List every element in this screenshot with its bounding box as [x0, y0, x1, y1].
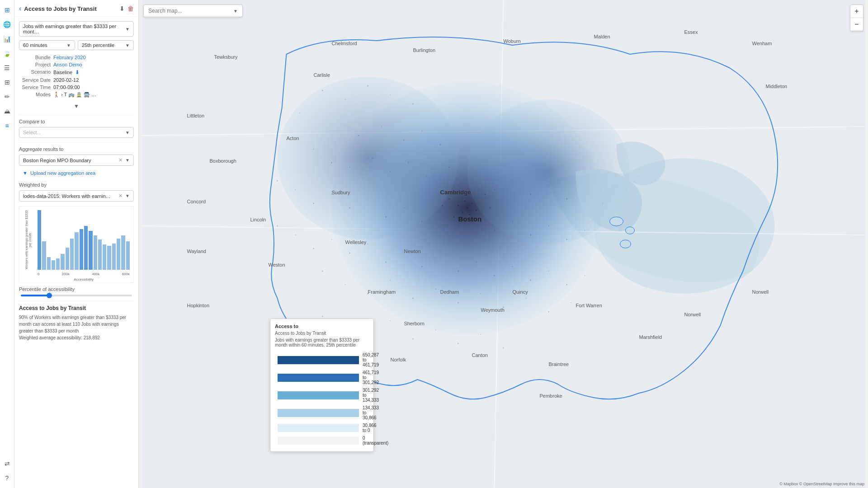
- svg-text:Fort Warren: Fort Warren: [576, 303, 602, 308]
- svg-point-28: [358, 135, 359, 136]
- svg-text:Newton: Newton: [404, 249, 421, 254]
- panel-header: ‹ Access to Jobs by Transit ⬇ 🗑: [14, 0, 138, 17]
- map-search-bar[interactable]: ▼: [143, 5, 243, 17]
- weighted-clear-button[interactable]: ✕: [118, 193, 123, 199]
- percentile-label: Percentile of accessibility: [19, 286, 134, 292]
- info-grid: Bundle February 2020 Project Anson Demo …: [19, 55, 134, 98]
- upload-aggregation-button[interactable]: ▼ Upload new aggregation area: [19, 169, 134, 178]
- svg-text:Dedham: Dedham: [440, 289, 459, 295]
- expand-button[interactable]: ▼: [19, 101, 134, 111]
- icon-bar-item-chart[interactable]: 📊: [1, 33, 14, 45]
- svg-text:Essex: Essex: [684, 29, 698, 35]
- aggregate-dropdown[interactable]: Boston Region MPO Boundary ✕ ▼: [19, 155, 134, 166]
- search-input[interactable]: [148, 8, 233, 14]
- histogram-bar: [126, 241, 130, 270]
- modes-icons: 🚶 › T 🚌 🚊 🚍 …: [53, 92, 96, 98]
- svg-point-16: [485, 194, 486, 195]
- svg-point-27: [300, 113, 301, 113]
- histogram-bar: [70, 239, 74, 270]
- main-metric-value: Jobs with earnings greater than $3333 pe…: [23, 23, 125, 34]
- compare-dropdown[interactable]: Select... ▼: [19, 127, 134, 138]
- project-value[interactable]: Anson Demo: [53, 62, 134, 67]
- icon-bar-item-grid[interactable]: ⊞: [1, 76, 14, 89]
- back-button[interactable]: ‹: [19, 5, 21, 13]
- side-panel: ‹ Access to Jobs by Transit ⬇ 🗑 Jobs wit…: [14, 0, 139, 488]
- bundle-value[interactable]: February 2020: [53, 55, 134, 60]
- svg-point-106: [458, 343, 459, 344]
- icon-bar-item-help[interactable]: ?: [1, 472, 14, 484]
- map-container[interactable]: Tewksbury Chelmsford Burlington Woburn M…: [139, 0, 868, 488]
- svg-point-95: [481, 293, 481, 294]
- legend-subtitle: Access to Jobs by Transit: [275, 331, 369, 336]
- svg-point-104: [412, 338, 414, 340]
- time-dropdown[interactable]: 60 minutes ▼: [19, 40, 75, 50]
- svg-text:Middleton: Middleton: [766, 84, 788, 89]
- svg-point-56: [349, 207, 350, 209]
- svg-text:Cambridge: Cambridge: [440, 189, 471, 196]
- svg-point-48: [566, 198, 567, 200]
- svg-point-52: [277, 180, 278, 182]
- percentile-dropdown[interactable]: 25th percentile ▼: [78, 40, 134, 50]
- service-time-label: Service Time: [19, 84, 51, 90]
- histogram-bar: [98, 239, 102, 270]
- svg-point-105: [435, 329, 436, 330]
- svg-point-37: [390, 171, 391, 172]
- main-metric-dropdown[interactable]: Jobs with earnings greater than $3333 pe…: [19, 21, 134, 37]
- svg-point-100: [322, 316, 323, 317]
- svg-text:Boston: Boston: [458, 215, 482, 223]
- slider-fill: [21, 295, 49, 296]
- zoom-controls: + −: [850, 5, 863, 31]
- svg-point-38: [408, 162, 409, 164]
- legend-item-label: 301,292 to 134,333: [363, 388, 379, 403]
- svg-text:Wenham: Wenham: [752, 41, 772, 46]
- scenario-download-icon[interactable]: ⬇: [75, 69, 80, 75]
- histogram-bar: [52, 260, 55, 270]
- svg-text:Wellesley: Wellesley: [345, 239, 367, 245]
- svg-point-58: [385, 216, 387, 218]
- icon-bar: ⊞ 🌐 📊 🍃 ☰ ⊞ ✏ ⛰ ≡ ⇄ ?: [0, 0, 14, 488]
- zoom-in-button[interactable]: +: [850, 5, 863, 18]
- slider-thumb[interactable]: [47, 293, 52, 298]
- weighted-dropdown[interactable]: lodes-data-2015: Workers with earnin… ✕ …: [19, 190, 134, 202]
- delete-icon[interactable]: 🗑: [127, 5, 134, 12]
- svg-point-59: [404, 207, 405, 208]
- access-title: Access to Jobs by Transit: [19, 305, 134, 311]
- svg-point-31: [422, 131, 423, 131]
- legend-item: 650,287 to 461,719: [275, 351, 369, 369]
- access-description: 90% of Workers with earnings greater tha…: [19, 314, 134, 341]
- svg-point-13: [458, 205, 459, 206]
- icon-bar-item-mountain[interactable]: ⛰: [1, 105, 14, 117]
- download-icon[interactable]: ⬇: [119, 5, 125, 12]
- svg-text:Concord: Concord: [187, 199, 206, 204]
- svg-point-79: [440, 257, 441, 258]
- svg-text:Sudbury: Sudbury: [332, 190, 350, 195]
- legend-color-swatch: [278, 356, 359, 364]
- histogram-bar: [42, 241, 46, 270]
- svg-point-26: [412, 103, 414, 105]
- svg-text:Boxborough: Boxborough: [210, 158, 236, 164]
- percentile-slider[interactable]: [21, 295, 132, 296]
- icon-bar-item-layers[interactable]: ⊞: [1, 4, 14, 16]
- svg-point-10: [471, 203, 472, 204]
- svg-point-47: [548, 185, 549, 186]
- zoom-out-button[interactable]: −: [850, 18, 863, 31]
- icon-bar-item-arrows[interactable]: ⇄: [1, 457, 14, 470]
- search-dropdown-arrow[interactable]: ▼: [233, 9, 238, 14]
- legend-color-swatch: [278, 391, 359, 399]
- aggregate-clear-button[interactable]: ✕: [118, 157, 123, 163]
- icon-bar-item-list[interactable]: ☰: [1, 61, 14, 74]
- svg-point-91: [390, 280, 391, 281]
- icon-bar-item-globe[interactable]: 🌐: [1, 18, 14, 31]
- svg-point-147: [620, 240, 631, 248]
- legend-title: Access to: [275, 324, 369, 329]
- icon-bar-item-lines[interactable]: ≡: [1, 119, 14, 132]
- compare-placeholder: Select...: [23, 130, 41, 135]
- icon-bar-item-pencil[interactable]: ✏: [1, 90, 14, 103]
- svg-point-89: [345, 284, 346, 285]
- divider-1: [19, 115, 134, 115]
- svg-point-76: [385, 262, 387, 263]
- svg-point-20: [489, 207, 490, 208]
- bundle-label: Bundle: [19, 55, 51, 60]
- aggregate-value: Boston Region MPO Boundary: [23, 158, 91, 163]
- icon-bar-item-leaf[interactable]: 🍃: [1, 47, 14, 60]
